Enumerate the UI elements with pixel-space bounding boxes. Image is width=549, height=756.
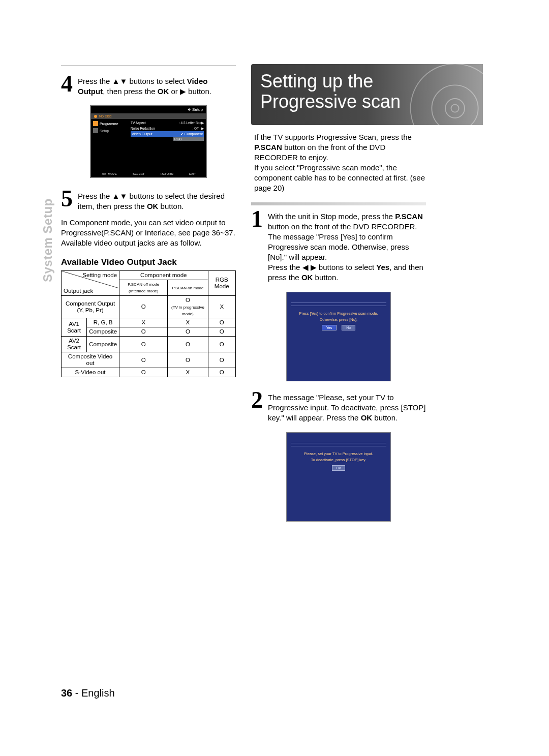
page-footer: 36 - English: [61, 687, 115, 699]
t: SELECT: [133, 172, 144, 175]
step-number: 4: [61, 75, 73, 93]
t: The message "Press [Yes] to confirm Prog…: [268, 232, 409, 261]
rule: [291, 443, 386, 443]
cell: X: [119, 318, 168, 327]
b: P.SCAN: [254, 143, 282, 152]
diag-bl-label: Output jack: [64, 288, 93, 294]
disc-icon: [94, 115, 97, 118]
osd-body: Programme Setup TV Aspect: 4:3 Letter Bo…: [91, 119, 206, 142]
table-row: AV2 Scart Composite O O O: [62, 337, 236, 352]
progressive-dialog-screenshot: Please, set your TV to Progressive input…: [286, 432, 391, 522]
t: The message "Please, set your TV to Prog…: [268, 393, 425, 422]
cell: X: [168, 318, 208, 327]
cell: O: [208, 318, 235, 327]
dialog-line: Press [Yes] to confirm Progressive scan …: [291, 311, 386, 316]
yes-button: Yes: [322, 325, 337, 330]
table-row: S-Video out O X O: [62, 368, 236, 377]
table-heading: Available Video Output Jack: [61, 257, 236, 267]
b: OK: [361, 413, 373, 422]
t: EXIT: [189, 172, 196, 175]
bold: OK: [147, 202, 159, 210]
text: Press the: [78, 192, 112, 200]
dialog-line: To deactivate, press [STOP] key.: [291, 458, 386, 462]
no-button: No: [342, 325, 355, 330]
setup-osd-screenshot: ❖ Setup No Disc Programme Setup TV Aspec…: [90, 105, 207, 178]
step-4: 4 Press the ▲▼ buttons to select Video O…: [61, 75, 236, 97]
t: With the unit in Stop mode, press the: [268, 212, 395, 221]
step-5: 5 Press the ▲▼ buttons to select the des…: [61, 190, 236, 211]
svg-point-3: [445, 99, 465, 118]
th: RGB Mode: [208, 271, 235, 296]
cell: X: [208, 296, 235, 318]
label: RGB: [174, 137, 181, 141]
step-number: 2: [251, 391, 263, 409]
diag-tr-label: Setting mode: [82, 272, 117, 279]
intro-text: If the TV supports Progressive Scan, pre…: [251, 132, 426, 193]
b: OK: [301, 273, 313, 282]
note: (TV in progressive mode): [171, 305, 204, 316]
cell: O(TV in progressive mode): [168, 296, 208, 318]
row-label: S-Video out: [62, 368, 119, 377]
component-note: In Component mode, you can set video out…: [61, 218, 236, 248]
text: Press the: [78, 77, 112, 85]
bold: OK: [158, 87, 169, 96]
rule: [291, 303, 386, 303]
language-label: English: [81, 687, 115, 699]
text: or: [169, 87, 180, 96]
output-jack-table: Output jack Setting mode Component mode …: [61, 270, 236, 377]
key: Video Output: [132, 132, 152, 136]
t: If you select "Progressive scan mode", t…: [254, 163, 425, 192]
row-label: Composite Video out: [62, 352, 119, 368]
dialog-buttons: Ok: [287, 465, 390, 471]
v: 4:3 Letter Box: [181, 121, 201, 125]
b: P.SCAN: [395, 212, 423, 221]
osd-sidebar-setup: Setup: [93, 127, 127, 134]
t: If the TV supports Progressive Scan, pre…: [254, 133, 412, 141]
cell: O: [119, 327, 168, 337]
step-text: With the unit in Stop mode, press the P.…: [268, 210, 426, 283]
t: Press the: [268, 263, 302, 271]
rule: [291, 446, 386, 446]
dialog-line: Otherwise, press [No].: [291, 317, 386, 322]
osd-title-bar: ❖ Setup: [91, 106, 206, 113]
osd-hints: ◄► MOVE SELECT RETURN EXIT: [91, 171, 206, 177]
table-row: Component Output(Y, Pb, Pr) O O(TV in pr…: [62, 296, 236, 318]
label: Programme: [100, 122, 118, 126]
osd-option-stack: RGB: [131, 137, 204, 141]
v: Component: [185, 132, 203, 136]
text: buttons to select: [127, 77, 187, 85]
text: button.: [158, 202, 184, 210]
right-column: If the TV supports Progressive Scan, pre…: [251, 132, 426, 532]
cell: O: [168, 337, 208, 352]
t: buttons to select: [317, 263, 377, 271]
table-row: Composite Video out O O O: [62, 352, 236, 368]
confirm-dialog-screenshot: Press [Yes] to confirm Progressive scan …: [286, 292, 391, 381]
t: RETURN: [161, 172, 173, 175]
text: , then press the: [103, 87, 158, 96]
cell: O: [208, 327, 235, 337]
v: Off: [194, 127, 199, 130]
osd-title: Setup: [192, 107, 203, 112]
th: Component mode: [119, 271, 208, 280]
separator-bar: [251, 202, 426, 205]
step-text: The message "Please, set your TV to Prog…: [268, 391, 426, 423]
programme-icon: [93, 121, 98, 126]
step-2: 2 The message "Please, set your TV to Pr…: [251, 391, 426, 423]
osd-option: RGB: [173, 137, 204, 141]
key: Noise Reduction: [131, 127, 155, 130]
hint: SELECT: [133, 172, 144, 175]
dialog-line: Please, set your TV to Progressive input…: [291, 451, 386, 456]
step-1: 1 With the unit in Stop mode, press the …: [251, 210, 426, 283]
cell: O: [119, 368, 168, 377]
setup-icon: [93, 128, 98, 133]
cell: O: [119, 352, 168, 368]
t: MOVE: [108, 172, 117, 175]
row-sublabel: Composite: [87, 327, 119, 337]
page-number: 36: [61, 687, 72, 699]
section-side-label: System Setup: [41, 198, 55, 282]
hint: RETURN: [161, 172, 173, 175]
diag-cell: Output jack Setting mode: [62, 271, 119, 296]
rule: [291, 306, 386, 306]
t: button on the front of the DVD RECORDER.: [268, 222, 417, 231]
step-text: Press the ▲▼ buttons to select Video Out…: [78, 75, 236, 97]
